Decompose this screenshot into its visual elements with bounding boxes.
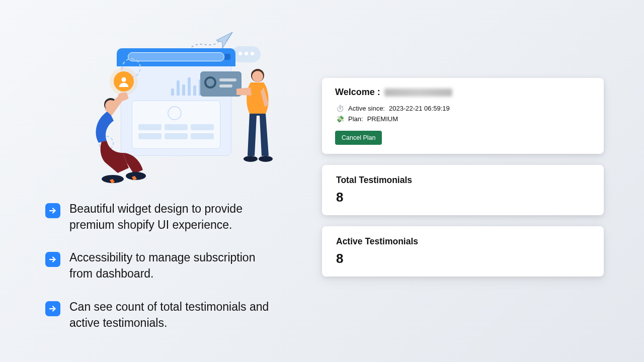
dashboard-illustration <box>75 30 267 181</box>
arrow-right-icon <box>45 301 60 316</box>
cancel-plan-button[interactable]: Cancel Plan <box>335 131 382 145</box>
feature-item: Can see count of total testimonials and … <box>45 299 277 331</box>
person-standing-icon <box>236 65 282 186</box>
welcome-card: Welcome : ⏱️ Active since: 2023-22-21 06… <box>322 78 604 154</box>
feature-item: Accessibility to manage subscrip­tion fr… <box>45 250 277 282</box>
speech-bubble-icon <box>231 46 261 62</box>
feature-text: Accessibility to manage subscrip­tion fr… <box>69 250 277 282</box>
profile-card-icon <box>200 71 242 97</box>
active-since-value: 2023-22-21 06:59:19 <box>389 105 450 112</box>
svg-marker-0 <box>216 32 232 48</box>
feature-list: Beautiful widget design to provide premi… <box>45 201 277 331</box>
welcome-label: Welcome : <box>335 87 380 98</box>
feature-text: Can see count of total testimonials and … <box>69 299 277 331</box>
plan-row: 💸 Plan: PREMIUM <box>336 115 591 123</box>
total-testimonials-value: 8 <box>336 190 590 205</box>
active-testimonials-card: Active Testimonials 8 <box>322 226 604 277</box>
svg-point-9 <box>252 71 263 82</box>
sparkle-icon: 💸 <box>336 115 344 123</box>
active-since-label: Active since: <box>348 105 385 112</box>
arrow-right-icon <box>45 252 60 267</box>
arrow-right-icon <box>45 203 60 218</box>
plan-value: PREMIUM <box>367 115 398 123</box>
total-testimonials-card: Total Testimonials 8 <box>322 165 604 215</box>
store-name-redacted <box>384 88 452 97</box>
svg-point-10 <box>244 156 258 162</box>
feature-item: Beautiful widget design to provide premi… <box>45 201 277 233</box>
person-kneeling-icon <box>82 93 152 193</box>
total-testimonials-label: Total Testimonials <box>336 175 590 186</box>
avatar-badge-icon <box>114 71 134 92</box>
svg-point-1 <box>121 77 126 82</box>
active-testimonials-value: 8 <box>336 251 590 266</box>
feature-text: Beautiful widget design to provide premi… <box>69 201 277 233</box>
stopwatch-icon: ⏱️ <box>336 105 344 112</box>
active-since-row: ⏱️ Active since: 2023-22-21 06:59:19 <box>336 105 591 112</box>
marketing-column: Beautiful widget design to provide premi… <box>0 0 302 362</box>
active-testimonials-label: Active Testimonials <box>336 236 590 247</box>
svg-point-11 <box>259 156 273 162</box>
dashboard-column: Welcome : ⏱️ Active since: 2023-22-21 06… <box>302 0 644 362</box>
plan-label: Plan: <box>348 115 363 123</box>
